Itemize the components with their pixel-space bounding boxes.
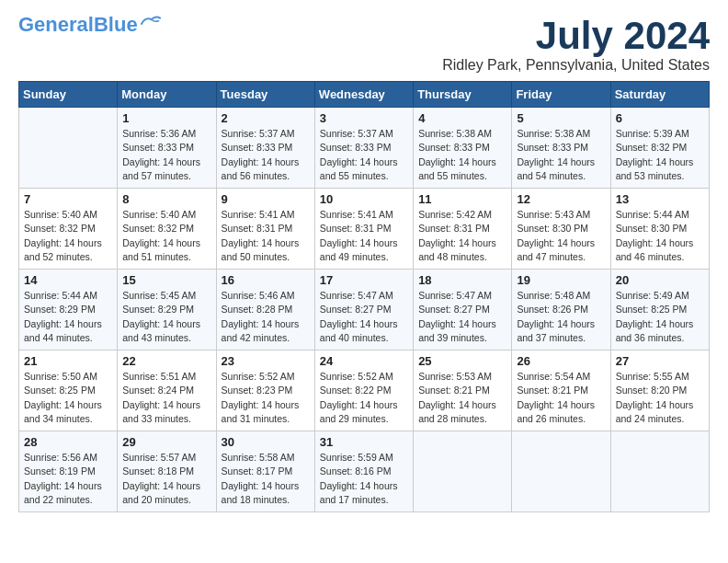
day-number: 26 (517, 354, 605, 368)
logo-blue: Blue (94, 13, 138, 36)
calendar-cell: 19Sunrise: 5:48 AM Sunset: 8:26 PM Dayli… (512, 270, 610, 350)
day-content: Sunrise: 5:42 AM Sunset: 8:31 PM Dayligh… (418, 208, 506, 264)
day-number: 31 (320, 435, 408, 449)
day-number: 30 (222, 435, 310, 449)
header-thursday: Thursday (414, 82, 512, 108)
day-number: 23 (222, 354, 310, 368)
day-content: Sunrise: 5:55 AM Sunset: 8:20 PM Dayligh… (616, 370, 704, 426)
calendar-cell: 24Sunrise: 5:52 AM Sunset: 8:22 PM Dayli… (314, 350, 413, 431)
day-content: Sunrise: 5:52 AM Sunset: 8:23 PM Dayligh… (222, 370, 310, 426)
header-tuesday: Tuesday (216, 82, 314, 108)
day-number: 2 (222, 111, 310, 125)
header-friday: Friday (512, 82, 610, 108)
day-content: Sunrise: 5:37 AM Sunset: 8:33 PM Dayligh… (320, 127, 408, 183)
calendar-cell: 25Sunrise: 5:53 AM Sunset: 8:21 PM Dayli… (414, 350, 512, 431)
day-number: 14 (24, 273, 112, 287)
day-number: 22 (122, 354, 210, 368)
calendar-cell: 5Sunrise: 5:38 AM Sunset: 8:33 PM Daylig… (512, 108, 610, 189)
calendar-cell: 11Sunrise: 5:42 AM Sunset: 8:31 PM Dayli… (414, 189, 512, 270)
calendar-cell: 26Sunrise: 5:54 AM Sunset: 8:21 PM Dayli… (512, 350, 610, 431)
day-content: Sunrise: 5:46 AM Sunset: 8:28 PM Dayligh… (222, 289, 310, 345)
page-header: GeneralBlue July 2024 Ridley Park, Penns… (18, 15, 710, 74)
week-row-5: 28Sunrise: 5:56 AM Sunset: 8:19 PM Dayli… (19, 431, 710, 512)
header-wednesday: Wednesday (314, 82, 413, 108)
logo-general: General (18, 13, 94, 36)
calendar-cell: 27Sunrise: 5:55 AM Sunset: 8:20 PM Dayli… (610, 350, 709, 431)
calendar-cell: 15Sunrise: 5:45 AM Sunset: 8:29 PM Dayli… (118, 270, 216, 350)
calendar-cell (414, 431, 512, 512)
logo-bird-icon (140, 14, 162, 27)
day-content: Sunrise: 5:44 AM Sunset: 8:29 PM Dayligh… (24, 289, 112, 345)
month-year-title: July 2024 (442, 15, 710, 57)
day-content: Sunrise: 5:47 AM Sunset: 8:27 PM Dayligh… (418, 289, 506, 345)
calendar-cell: 22Sunrise: 5:51 AM Sunset: 8:24 PM Dayli… (118, 350, 216, 431)
header-row: SundayMondayTuesdayWednesdayThursdayFrid… (19, 82, 710, 108)
calendar-cell: 8Sunrise: 5:40 AM Sunset: 8:32 PM Daylig… (118, 189, 216, 270)
location-subtitle: Ridley Park, Pennsylvania, United States (442, 57, 710, 74)
calendar-header: SundayMondayTuesdayWednesdayThursdayFrid… (19, 82, 710, 108)
day-number: 5 (517, 111, 605, 125)
day-content: Sunrise: 5:36 AM Sunset: 8:33 PM Dayligh… (122, 127, 210, 183)
calendar-cell: 7Sunrise: 5:40 AM Sunset: 8:32 PM Daylig… (19, 189, 118, 270)
calendar-cell: 13Sunrise: 5:44 AM Sunset: 8:30 PM Dayli… (610, 189, 709, 270)
day-content: Sunrise: 5:45 AM Sunset: 8:29 PM Dayligh… (122, 289, 210, 345)
day-number: 15 (122, 273, 210, 287)
day-content: Sunrise: 5:37 AM Sunset: 8:33 PM Dayligh… (222, 127, 310, 183)
header-monday: Monday (118, 82, 216, 108)
calendar-cell: 31Sunrise: 5:59 AM Sunset: 8:16 PM Dayli… (314, 431, 413, 512)
day-content: Sunrise: 5:38 AM Sunset: 8:33 PM Dayligh… (517, 127, 605, 183)
calendar-cell (610, 431, 709, 512)
day-number: 17 (320, 273, 408, 287)
day-number: 13 (616, 192, 704, 206)
calendar-cell: 18Sunrise: 5:47 AM Sunset: 8:27 PM Dayli… (414, 270, 512, 350)
day-content: Sunrise: 5:51 AM Sunset: 8:24 PM Dayligh… (122, 370, 210, 426)
day-content: Sunrise: 5:54 AM Sunset: 8:21 PM Dayligh… (517, 370, 605, 426)
calendar-cell: 28Sunrise: 5:56 AM Sunset: 8:19 PM Dayli… (19, 431, 118, 512)
day-content: Sunrise: 5:59 AM Sunset: 8:16 PM Dayligh… (320, 451, 408, 507)
day-content: Sunrise: 5:43 AM Sunset: 8:30 PM Dayligh… (517, 208, 605, 264)
calendar-cell: 23Sunrise: 5:52 AM Sunset: 8:23 PM Dayli… (216, 350, 314, 431)
calendar-table: SundayMondayTuesdayWednesdayThursdayFrid… (18, 81, 710, 512)
day-content: Sunrise: 5:58 AM Sunset: 8:17 PM Dayligh… (222, 451, 310, 507)
logo: GeneralBlue (18, 15, 162, 35)
calendar-cell: 3Sunrise: 5:37 AM Sunset: 8:33 PM Daylig… (314, 108, 413, 189)
calendar-cell: 17Sunrise: 5:47 AM Sunset: 8:27 PM Dayli… (314, 270, 413, 350)
day-content: Sunrise: 5:57 AM Sunset: 8:18 PM Dayligh… (122, 451, 210, 507)
day-content: Sunrise: 5:56 AM Sunset: 8:19 PM Dayligh… (24, 451, 112, 507)
day-number: 16 (222, 273, 310, 287)
day-content: Sunrise: 5:40 AM Sunset: 8:32 PM Dayligh… (24, 208, 112, 264)
week-row-2: 7Sunrise: 5:40 AM Sunset: 8:32 PM Daylig… (19, 189, 710, 270)
calendar-cell: 21Sunrise: 5:50 AM Sunset: 8:25 PM Dayli… (19, 350, 118, 431)
day-number: 9 (222, 192, 310, 206)
day-number: 20 (616, 273, 704, 287)
calendar-cell: 29Sunrise: 5:57 AM Sunset: 8:18 PM Dayli… (118, 431, 216, 512)
day-content: Sunrise: 5:49 AM Sunset: 8:25 PM Dayligh… (616, 289, 704, 345)
day-content: Sunrise: 5:47 AM Sunset: 8:27 PM Dayligh… (320, 289, 408, 345)
calendar-cell (19, 108, 118, 189)
header-sunday: Sunday (19, 82, 118, 108)
day-number: 19 (517, 273, 605, 287)
calendar-cell: 6Sunrise: 5:39 AM Sunset: 8:32 PM Daylig… (610, 108, 709, 189)
day-number: 24 (320, 354, 408, 368)
day-number: 1 (122, 111, 210, 125)
day-content: Sunrise: 5:41 AM Sunset: 8:31 PM Dayligh… (320, 208, 408, 264)
header-saturday: Saturday (610, 82, 709, 108)
day-number: 18 (418, 273, 506, 287)
day-number: 28 (24, 435, 112, 449)
calendar-cell: 9Sunrise: 5:41 AM Sunset: 8:31 PM Daylig… (216, 189, 314, 270)
title-block: July 2024 Ridley Park, Pennsylvania, Uni… (442, 15, 710, 74)
calendar-cell: 16Sunrise: 5:46 AM Sunset: 8:28 PM Dayli… (216, 270, 314, 350)
day-number: 7 (24, 192, 112, 206)
day-content: Sunrise: 5:44 AM Sunset: 8:30 PM Dayligh… (616, 208, 704, 264)
day-number: 8 (122, 192, 210, 206)
day-content: Sunrise: 5:50 AM Sunset: 8:25 PM Dayligh… (24, 370, 112, 426)
calendar-cell: 14Sunrise: 5:44 AM Sunset: 8:29 PM Dayli… (19, 270, 118, 350)
calendar-cell: 12Sunrise: 5:43 AM Sunset: 8:30 PM Dayli… (512, 189, 610, 270)
day-number: 4 (418, 111, 506, 125)
calendar-body: 1Sunrise: 5:36 AM Sunset: 8:33 PM Daylig… (19, 108, 710, 512)
day-number: 27 (616, 354, 704, 368)
day-number: 3 (320, 111, 408, 125)
day-content: Sunrise: 5:38 AM Sunset: 8:33 PM Dayligh… (418, 127, 506, 183)
day-number: 21 (24, 354, 112, 368)
day-content: Sunrise: 5:41 AM Sunset: 8:31 PM Dayligh… (222, 208, 310, 264)
